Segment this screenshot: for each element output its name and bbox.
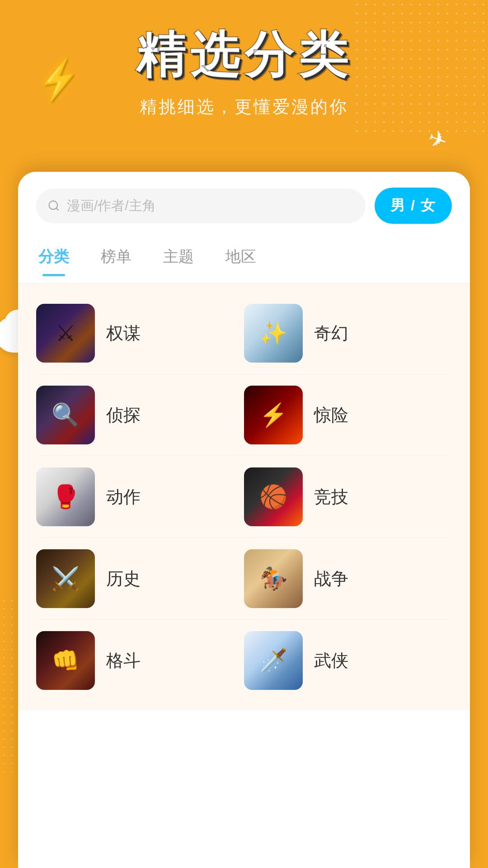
- category-thumb-quanmou: [36, 304, 95, 363]
- category-thumb-jingji: [244, 467, 303, 526]
- gender-toggle-button[interactable]: 男 / 女: [375, 188, 452, 224]
- tab-theme[interactable]: 主题: [161, 242, 196, 276]
- category-thumb-jingxian: [244, 386, 303, 444]
- svg-line-1: [56, 208, 58, 210]
- svg-point-0: [49, 201, 58, 210]
- category-item-gedou[interactable]: 格斗: [36, 631, 244, 690]
- category-item-qihuan[interactable]: 奇幻: [244, 304, 452, 363]
- main-card: 漫画/作者/主角 男 / 女 分类 榜单 主题 地区 权谋 奇幻: [18, 172, 470, 868]
- category-name-zhentian: 侦探: [106, 404, 141, 427]
- tab-region[interactable]: 地区: [223, 242, 258, 276]
- category-thumb-qihuan: [244, 304, 303, 363]
- category-row: 动作 竞技: [18, 456, 470, 538]
- search-placeholder-text: 漫画/作者/主角: [67, 197, 156, 215]
- category-name-wuxia: 武侠: [314, 649, 348, 672]
- hero-title: 精选分类: [136, 27, 352, 82]
- category-name-jingxian: 惊险: [314, 404, 348, 427]
- search-icon: [47, 199, 60, 212]
- search-bar[interactable]: 漫画/作者/主角: [36, 189, 366, 223]
- category-list: 权谋 奇幻 侦探 惊险 动作: [18, 283, 470, 710]
- category-thumb-gedou: [36, 631, 95, 690]
- category-thumb-zhanzheng: [244, 549, 303, 608]
- category-item-lishi[interactable]: 历史: [36, 549, 244, 608]
- category-name-jingji: 竞技: [314, 486, 348, 509]
- category-row: 侦探 惊险: [18, 374, 470, 456]
- tab-ranking[interactable]: 榜单: [99, 242, 134, 276]
- category-name-dongzuo: 动作: [106, 486, 141, 509]
- tab-category[interactable]: 分类: [36, 242, 71, 276]
- category-item-zhentian[interactable]: 侦探: [36, 386, 244, 444]
- category-item-wuxia[interactable]: 武侠: [244, 631, 452, 690]
- category-item-zhanzheng[interactable]: 战争: [244, 549, 452, 608]
- category-thumb-lishi: [36, 549, 95, 608]
- search-area: 漫画/作者/主角 男 / 女: [18, 172, 470, 235]
- category-item-dongzuo[interactable]: 动作: [36, 467, 244, 526]
- category-thumb-zhentian: [36, 386, 95, 444]
- category-thumb-dongzuo: [36, 467, 95, 526]
- category-name-gedou: 格斗: [106, 649, 141, 672]
- category-item-quanmou[interactable]: 权谋: [36, 304, 244, 363]
- category-row: 格斗 武侠: [18, 620, 470, 701]
- category-thumb-wuxia: [244, 631, 303, 690]
- hero-subtitle: 精挑细选，更懂爱漫的你: [36, 95, 452, 118]
- tab-navigation: 分类 榜单 主题 地区: [18, 235, 470, 283]
- category-name-quanmou: 权谋: [106, 322, 141, 345]
- hero-section: 精选分类 精挑细选，更懂爱漫的你: [0, 0, 488, 141]
- category-row: 权谋 奇幻: [18, 292, 470, 374]
- category-name-lishi: 历史: [106, 567, 141, 590]
- category-row: 历史 战争: [18, 538, 470, 619]
- category-item-jingxian[interactable]: 惊险: [244, 386, 452, 444]
- category-item-jingji[interactable]: 竞技: [244, 467, 452, 526]
- category-name-qihuan: 奇幻: [314, 322, 348, 345]
- category-name-zhanzheng: 战争: [314, 567, 348, 590]
